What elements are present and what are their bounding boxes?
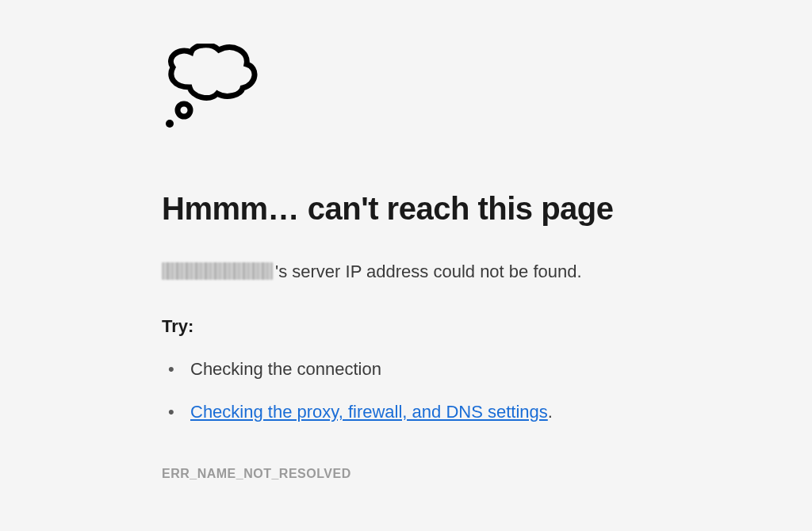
error-page: Hmmm… can't reach this page 's server IP… (162, 44, 669, 481)
thought-bubble-icon (162, 44, 669, 134)
suggestion-text: Checking the connection (190, 359, 381, 379)
suggestion-suffix: . (548, 402, 553, 422)
svg-point-1 (166, 120, 174, 128)
try-label: Try: (162, 316, 669, 337)
error-heading: Hmmm… can't reach this page (162, 191, 669, 227)
list-item: Checking the connection (168, 359, 669, 380)
redacted-hostname (162, 262, 273, 280)
proxy-dns-settings-link[interactable]: Checking the proxy, firewall, and DNS se… (190, 402, 548, 422)
list-item: Checking the proxy, firewall, and DNS se… (168, 402, 669, 422)
error-description: 's server IP address could not be found. (162, 260, 669, 285)
svg-point-0 (178, 104, 190, 117)
error-code: ERR_NAME_NOT_RESOLVED (162, 467, 669, 481)
suggestions-list: Checking the connection Checking the pro… (168, 359, 669, 422)
description-text: 's server IP address could not be found. (275, 262, 582, 281)
